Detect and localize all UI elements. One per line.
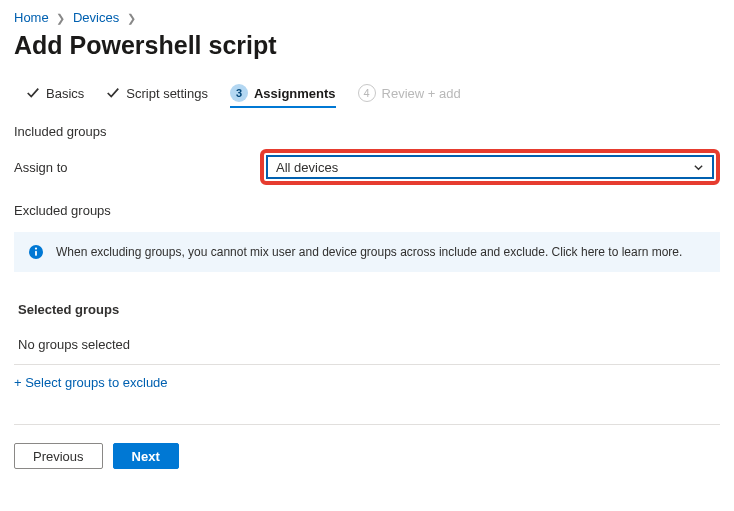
svg-rect-2 — [35, 251, 37, 256]
selected-groups-heading: Selected groups — [14, 302, 720, 329]
assign-to-label: Assign to — [14, 160, 260, 175]
breadcrumb-home[interactable]: Home — [14, 10, 49, 25]
page-title: Add Powershell script — [14, 31, 720, 60]
assign-to-highlight: All devices — [260, 149, 720, 185]
assign-to-dropdown[interactable]: All devices — [266, 155, 714, 179]
page-root: Home ❯ Devices ❯ Add Powershell script B… — [0, 0, 734, 483]
previous-button[interactable]: Previous — [14, 443, 103, 469]
chevron-right-icon: ❯ — [56, 12, 65, 24]
step-number-icon: 3 — [230, 84, 248, 102]
wizard-tabs: Basics Script settings 3 Assignments 4 R… — [14, 84, 720, 108]
assign-to-value: All devices — [276, 160, 338, 175]
selected-groups-block: Selected groups No groups selected + Sel… — [14, 302, 720, 390]
excluded-groups-heading: Excluded groups — [14, 203, 720, 218]
next-button[interactable]: Next — [113, 443, 179, 469]
check-icon — [26, 86, 40, 100]
tab-script-settings[interactable]: Script settings — [106, 86, 208, 107]
info-banner[interactable]: When excluding groups, you cannot mix us… — [14, 232, 720, 272]
breadcrumb: Home ❯ Devices ❯ — [14, 8, 720, 25]
wizard-footer: Previous Next — [14, 424, 720, 469]
included-groups-heading: Included groups — [14, 124, 720, 139]
tab-assignments[interactable]: 3 Assignments — [230, 84, 336, 108]
tab-label: Basics — [46, 86, 84, 101]
step-number-icon: 4 — [358, 84, 376, 102]
select-groups-exclude-link[interactable]: + Select groups to exclude — [14, 365, 168, 390]
tab-label: Script settings — [126, 86, 208, 101]
chevron-right-icon: ❯ — [127, 12, 136, 24]
svg-point-1 — [35, 248, 37, 250]
info-text: When excluding groups, you cannot mix us… — [56, 245, 682, 259]
chevron-down-icon — [693, 162, 704, 173]
breadcrumb-devices[interactable]: Devices — [73, 10, 119, 25]
tab-label: Assignments — [254, 86, 336, 101]
assign-to-row: Assign to All devices — [14, 149, 720, 185]
tab-label: Review + add — [382, 86, 461, 101]
tab-review-add: 4 Review + add — [358, 84, 461, 108]
check-icon — [106, 86, 120, 100]
info-icon — [28, 244, 44, 260]
tab-basics[interactable]: Basics — [26, 86, 84, 107]
selected-groups-empty: No groups selected — [14, 329, 720, 365]
